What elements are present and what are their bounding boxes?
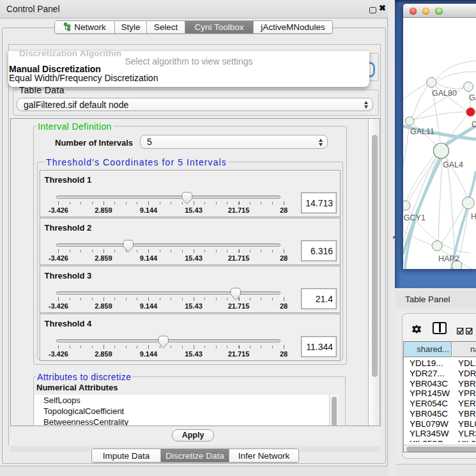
svg-text:GAL4: GAL4 — [443, 160, 463, 169]
svg-text:GAL80: GAL80 — [432, 89, 457, 98]
svg-text:GAL11: GAL11 — [410, 127, 434, 136]
svg-text:C: C — [472, 120, 476, 129]
svg-text:H: H — [471, 212, 476, 221]
svg-text:GCY1: GCY1 — [404, 213, 426, 222]
svg-text:GA: GA — [469, 93, 476, 102]
svg-text:HAP2: HAP2 — [438, 254, 459, 263]
